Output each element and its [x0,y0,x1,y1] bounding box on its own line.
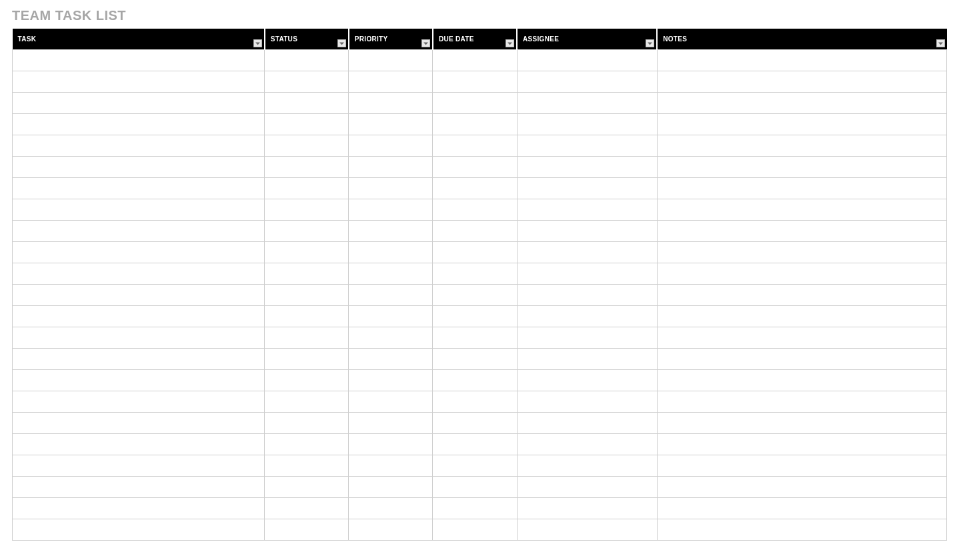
cell-assignee[interactable] [517,199,657,221]
cell-assignee[interactable] [517,71,657,93]
cell-status[interactable] [265,306,349,327]
cell-duedate[interactable] [433,306,517,327]
cell-status[interactable] [265,71,349,93]
cell-notes[interactable] [657,306,946,327]
cell-task[interactable] [13,455,265,477]
cell-assignee[interactable] [517,370,657,391]
cell-duedate[interactable] [433,391,517,413]
cell-priority[interactable] [349,221,433,242]
cell-assignee[interactable] [517,455,657,477]
column-header-status[interactable]: STATUS [265,29,349,50]
cell-priority[interactable] [349,114,433,135]
cell-notes[interactable] [657,519,946,541]
cell-duedate[interactable] [433,519,517,541]
cell-status[interactable] [265,50,349,71]
cell-priority[interactable] [349,178,433,199]
cell-priority[interactable] [349,242,433,263]
cell-assignee[interactable] [517,242,657,263]
cell-assignee[interactable] [517,221,657,242]
cell-notes[interactable] [657,263,946,285]
cell-duedate[interactable] [433,242,517,263]
cell-duedate[interactable] [433,71,517,93]
cell-assignee[interactable] [517,306,657,327]
cell-task[interactable] [13,178,265,199]
cell-task[interactable] [13,114,265,135]
cell-notes[interactable] [657,221,946,242]
cell-task[interactable] [13,370,265,391]
cell-notes[interactable] [657,477,946,498]
cell-duedate[interactable] [433,434,517,455]
column-header-duedate[interactable]: DUE DATE [433,29,517,50]
cell-priority[interactable] [349,455,433,477]
filter-dropdown-notes[interactable] [936,39,945,47]
cell-duedate[interactable] [433,327,517,349]
cell-duedate[interactable] [433,285,517,306]
cell-duedate[interactable] [433,199,517,221]
cell-assignee[interactable] [517,285,657,306]
cell-assignee[interactable] [517,477,657,498]
cell-task[interactable] [13,498,265,519]
cell-assignee[interactable] [517,434,657,455]
cell-assignee[interactable] [517,178,657,199]
cell-priority[interactable] [349,93,433,114]
cell-status[interactable] [265,263,349,285]
cell-priority[interactable] [349,498,433,519]
cell-assignee[interactable] [517,413,657,434]
cell-task[interactable] [13,349,265,370]
cell-status[interactable] [265,349,349,370]
cell-status[interactable] [265,370,349,391]
cell-priority[interactable] [349,391,433,413]
cell-notes[interactable] [657,391,946,413]
cell-duedate[interactable] [433,178,517,199]
cell-notes[interactable] [657,349,946,370]
cell-duedate[interactable] [433,455,517,477]
cell-duedate[interactable] [433,413,517,434]
column-header-task[interactable]: TASK [13,29,265,50]
cell-duedate[interactable] [433,157,517,178]
cell-duedate[interactable] [433,221,517,242]
cell-priority[interactable] [349,157,433,178]
cell-notes[interactable] [657,498,946,519]
cell-priority[interactable] [349,349,433,370]
filter-dropdown-status[interactable] [337,39,346,47]
cell-task[interactable] [13,242,265,263]
cell-task[interactable] [13,519,265,541]
cell-assignee[interactable] [517,50,657,71]
cell-assignee[interactable] [517,263,657,285]
cell-priority[interactable] [349,519,433,541]
cell-task[interactable] [13,327,265,349]
cell-status[interactable] [265,93,349,114]
cell-priority[interactable] [349,413,433,434]
cell-priority[interactable] [349,370,433,391]
cell-status[interactable] [265,391,349,413]
cell-status[interactable] [265,114,349,135]
filter-dropdown-priority[interactable] [421,39,430,47]
cell-notes[interactable] [657,199,946,221]
cell-duedate[interactable] [433,93,517,114]
cell-task[interactable] [13,413,265,434]
cell-status[interactable] [265,498,349,519]
cell-status[interactable] [265,221,349,242]
cell-notes[interactable] [657,413,946,434]
cell-status[interactable] [265,434,349,455]
cell-task[interactable] [13,199,265,221]
cell-status[interactable] [265,242,349,263]
cell-status[interactable] [265,178,349,199]
cell-task[interactable] [13,391,265,413]
cell-duedate[interactable] [433,349,517,370]
cell-notes[interactable] [657,285,946,306]
cell-task[interactable] [13,71,265,93]
cell-notes[interactable] [657,93,946,114]
cell-notes[interactable] [657,178,946,199]
cell-task[interactable] [13,477,265,498]
cell-duedate[interactable] [433,114,517,135]
cell-notes[interactable] [657,114,946,135]
filter-dropdown-task[interactable] [253,39,262,47]
cell-task[interactable] [13,157,265,178]
cell-priority[interactable] [349,327,433,349]
cell-duedate[interactable] [433,263,517,285]
cell-status[interactable] [265,157,349,178]
cell-task[interactable] [13,50,265,71]
cell-duedate[interactable] [433,498,517,519]
cell-duedate[interactable] [433,370,517,391]
